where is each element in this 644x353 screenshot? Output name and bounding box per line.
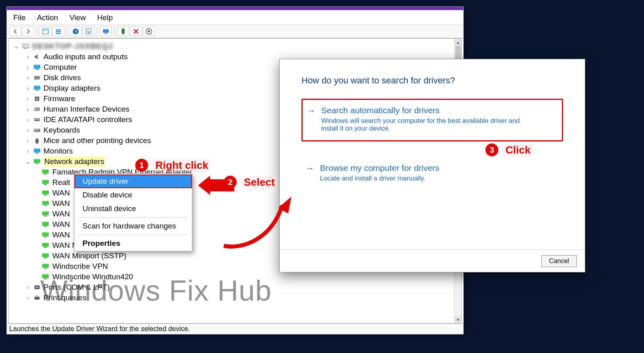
svg-rect-49 [44,237,47,237]
network-adapter-icon [41,231,50,239]
svg-rect-13 [24,48,27,49]
expand-caret[interactable]: › [25,146,31,156]
delete-icon[interactable] [130,27,142,36]
back-button[interactable] [9,27,21,36]
network-icon [33,158,41,165]
expand-caret[interactable]: › [25,104,31,114]
category-print-queues[interactable]: › Print queues [12,293,461,303]
update-driver-dialog: How do you want to search for drivers? →… [279,59,585,272]
option-browse-computer[interactable]: → Browse my computer for drivers Locate … [301,158,563,190]
monitor-icon [33,147,41,155]
svg-rect-55 [44,268,47,269]
device-label: WAN [52,209,70,219]
network-adapter-icon [41,179,50,186]
expand-caret[interactable]: › [25,83,31,93]
category-label: Ports (COM & LPT) [43,282,110,293]
ctx-disable-device[interactable]: Disable device [74,188,192,202]
list-icon[interactable] [52,27,64,36]
ctx-scan-hardware[interactable]: Scan for hardware changes [74,219,192,233]
context-menu: Update driver Disable device Uninstall d… [74,173,192,251]
expand-caret[interactable]: ⌄ [14,41,19,52]
network-adapter-icon [41,189,50,197]
category-label: Computer [43,62,77,73]
svg-text:?: ? [74,29,77,34]
scroll-up-button[interactable]: ▲ [454,39,462,46]
category-label: Display adapters [43,83,101,93]
status-bar: Launches the Update Driver Wizard for th… [7,324,463,334]
disk-icon [33,74,41,81]
computer-icon [22,43,30,50]
option-search-automatically[interactable]: → Search automatically for drivers Windo… [301,99,563,141]
details-icon[interactable] [39,27,52,36]
svg-rect-12 [23,44,29,48]
device-item[interactable]: Windscribe Windtun420 [12,272,461,282]
svg-rect-8 [103,29,109,33]
svg-rect-53 [44,257,47,258]
svg-rect-3 [56,31,61,32]
printer-icon [33,294,41,301]
collapse-caret[interactable]: ⌄ [25,156,31,167]
expand-caret[interactable]: › [25,52,31,62]
help-icon[interactable]: ? [70,27,82,36]
expand-caret[interactable]: › [25,114,31,125]
arrow-icon: → [305,163,314,174]
svg-rect-39 [44,184,47,185]
annotation-curved-arrow [220,193,292,250]
dialog-heading: How do you want to search for drivers? [301,75,563,86]
category-label: Disk drives [43,73,81,83]
svg-rect-7 [86,29,91,34]
ctx-uninstall-device[interactable]: Uninstall device [74,202,192,216]
svg-rect-28 [35,129,36,130]
category-ports[interactable]: › Ports (COM & LPT) [12,282,461,293]
expand-caret[interactable]: › [25,93,31,104]
speaker-icon [33,53,41,60]
menubar: File Action View Help [7,10,463,25]
device-label: Windscribe VPN [52,261,108,272]
expand-caret[interactable]: › [25,135,31,146]
menu-file[interactable]: File [13,13,26,22]
port-icon [33,284,41,291]
category-label: Network adapters [43,156,105,167]
monitor-icon[interactable] [100,27,112,36]
svg-rect-9 [105,33,107,34]
expand-caret[interactable]: › [25,73,31,83]
ctx-update-driver[interactable]: Update driver [74,174,192,188]
svg-rect-42 [42,201,49,205]
category-label: Human Interface Devices [43,104,129,114]
scan-icon[interactable] [117,27,129,36]
svg-rect-29 [37,129,37,130]
svg-point-17 [38,77,39,79]
menu-help[interactable]: Help [97,13,113,22]
expand-caret[interactable]: › [25,62,31,73]
annotation-number: 2 [224,176,237,189]
svg-rect-4 [56,33,61,34]
expand-caret[interactable]: › [25,293,31,303]
svg-rect-35 [35,163,38,164]
option-title: Search automatically for drivers [321,106,555,115]
svg-rect-41 [44,195,47,195]
chip-icon [33,95,41,102]
ctx-properties[interactable]: Properties [74,237,192,250]
scroll-down-button[interactable]: ▼ [454,316,462,323]
menu-action[interactable]: Action [37,13,58,22]
svg-rect-25 [34,119,40,120]
category-label: Audio inputs and outputs [43,52,128,62]
menu-view[interactable]: View [69,13,86,22]
cancel-button[interactable]: Cancel [541,255,577,267]
window-titlebar[interactable] [7,7,463,10]
expand-caret[interactable]: › [25,125,31,135]
svg-rect-34 [34,159,40,163]
download-icon[interactable] [143,27,155,36]
annotation-label: Right click [153,159,211,172]
category-label: Monitors [43,146,73,156]
svg-rect-15 [35,69,38,70]
keyboard-icon [33,127,41,134]
refresh-icon[interactable] [83,27,95,36]
svg-rect-54 [42,264,49,268]
annotation-2: 2 Select [224,176,277,189]
expand-caret[interactable]: › [25,282,31,293]
svg-rect-26 [34,129,40,132]
svg-rect-21 [36,98,38,100]
forward-button[interactable] [22,27,34,36]
svg-rect-50 [42,243,49,247]
